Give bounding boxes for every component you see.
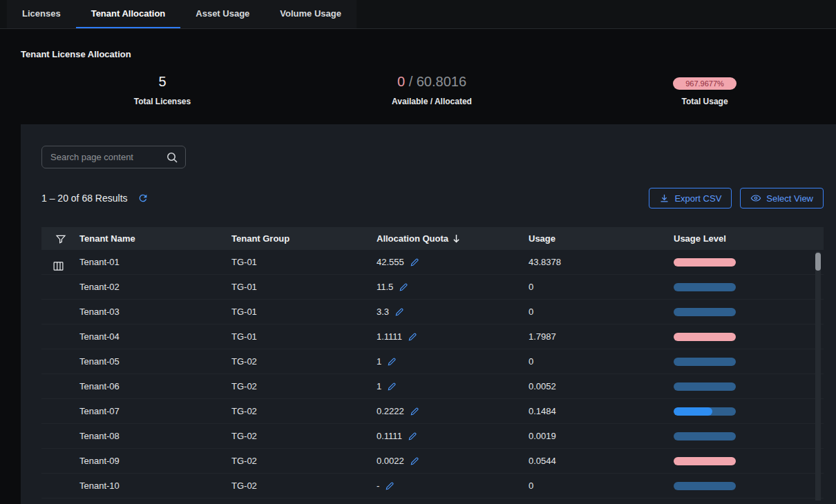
cell-usage-level bbox=[674, 283, 824, 291]
cell-tenant-name: Tenant-02 bbox=[79, 282, 231, 292]
search-input[interactable] bbox=[50, 152, 172, 162]
edit-quota-icon[interactable] bbox=[385, 481, 395, 491]
cell-usage: 43.8378 bbox=[529, 257, 674, 267]
download-icon bbox=[659, 193, 669, 204]
cell-tenant-group: TG-02 bbox=[231, 406, 377, 416]
stat-total-licenses: 5 Total Licenses bbox=[0, 72, 325, 106]
page-header: Tenant License Allocation 5 Total Licens… bbox=[0, 29, 836, 124]
select-view-button[interactable]: Select View bbox=[740, 188, 824, 209]
search-box[interactable] bbox=[41, 146, 186, 168]
table-row[interactable]: Tenant-01 TG-01 42.555 43.8378 bbox=[41, 250, 824, 275]
cell-usage: 0.0544 bbox=[529, 456, 674, 466]
cell-usage: 1.7987 bbox=[529, 331, 674, 342]
total-licenses-value: 5 bbox=[0, 72, 325, 91]
edit-quota-icon[interactable] bbox=[408, 432, 417, 441]
cell-allocation-quota: 1 bbox=[377, 381, 529, 391]
edit-quota-icon[interactable] bbox=[408, 332, 417, 342]
usage-level-bar bbox=[674, 358, 736, 366]
cell-tenant-name: Tenant-07 bbox=[79, 406, 231, 416]
quota-value: 0.1111 bbox=[377, 431, 402, 441]
table-row[interactable]: Tenant-09 TG-02 0.0022 0.0544 bbox=[41, 449, 824, 474]
usage-level-bar bbox=[674, 333, 736, 341]
tab-bar: Licenses Tenant Allocation Asset Usage V… bbox=[0, 0, 836, 29]
scrollbar-thumb[interactable] bbox=[815, 253, 821, 271]
cell-tenant-name: Tenant-01 bbox=[79, 257, 231, 267]
table-row[interactable]: Tenant-04 TG-01 1.1111 1.7987 bbox=[41, 324, 824, 349]
cell-tenant-group: TG-01 bbox=[231, 331, 377, 342]
usage-level-bar bbox=[674, 457, 736, 465]
usage-level-bar bbox=[674, 382, 736, 391]
results-count: 1 – 20 of 68 Results bbox=[41, 193, 128, 204]
tenant-table: Tenant Name Tenant Group Allocation Quot… bbox=[41, 227, 824, 501]
column-header-usage[interactable]: Usage bbox=[529, 233, 674, 244]
table-row[interactable]: Tenant-08 TG-02 0.1111 0.0019 bbox=[41, 424, 824, 449]
available-allocated-value: 0 / 60.8016 bbox=[325, 72, 539, 91]
cell-usage-level bbox=[674, 482, 824, 490]
cell-allocation-quota: 3.3 bbox=[377, 307, 529, 317]
cell-tenant-group: TG-02 bbox=[231, 481, 377, 491]
usage-level-bar bbox=[674, 407, 736, 416]
tenant-allocation-panel: 1 – 20 of 68 Results Export CSV Select V… bbox=[21, 124, 836, 504]
cell-usage-level bbox=[674, 432, 824, 440]
available-allocated-separator: / bbox=[405, 74, 417, 89]
column-header-tenant-name[interactable]: Tenant Name bbox=[79, 233, 231, 244]
stats-row: 5 Total Licenses 0 / 60.8016 Available /… bbox=[0, 72, 836, 106]
quota-value: - bbox=[377, 481, 379, 491]
column-header-usage-level[interactable]: Usage Level bbox=[674, 233, 824, 244]
cell-usage-level bbox=[674, 457, 824, 465]
column-header-allocation-quota[interactable]: Allocation Quota bbox=[377, 233, 529, 244]
usage-level-bar bbox=[674, 283, 736, 291]
column-header-tenant-group[interactable]: Tenant Group bbox=[231, 233, 377, 244]
edit-quota-icon[interactable] bbox=[395, 307, 404, 317]
select-view-label: Select View bbox=[766, 193, 813, 204]
cell-tenant-name: Tenant-04 bbox=[79, 331, 231, 342]
cell-usage: 0 bbox=[529, 481, 674, 491]
stat-available-allocated: 0 / 60.8016 Available / Allocated bbox=[325, 72, 539, 106]
total-usage-badge: 967.9677% bbox=[673, 77, 737, 90]
table-row[interactable]: Tenant-10 TG-02 - 0 bbox=[41, 474, 824, 498]
quota-value: 1 bbox=[377, 381, 381, 391]
table-row[interactable]: Tenant-02 TG-01 11.5 0 bbox=[41, 275, 824, 300]
filter-icon[interactable] bbox=[41, 233, 79, 244]
cell-tenant-group: TG-02 bbox=[231, 456, 377, 466]
cell-tenant-group: TG-01 bbox=[231, 307, 377, 317]
quota-value: 42.555 bbox=[377, 257, 404, 267]
cell-allocation-quota: 11.5 bbox=[377, 282, 529, 292]
edit-quota-icon[interactable] bbox=[387, 382, 397, 391]
cell-usage: 0.1484 bbox=[529, 406, 674, 416]
cell-usage-level bbox=[674, 258, 824, 266]
table-header-row: Tenant Name Tenant Group Allocation Quot… bbox=[41, 227, 824, 250]
tab-licenses[interactable]: Licenses bbox=[7, 0, 76, 28]
tab-asset-usage[interactable]: Asset Usage bbox=[180, 0, 265, 28]
column-settings-icon[interactable] bbox=[53, 260, 64, 272]
edit-quota-icon[interactable] bbox=[399, 282, 408, 292]
table-row[interactable]: Tenant-03 TG-01 3.3 0 bbox=[41, 300, 824, 324]
cell-tenant-name: Tenant-05 bbox=[79, 356, 231, 367]
edit-quota-icon[interactable] bbox=[387, 357, 397, 367]
table-body: Tenant-01 TG-01 42.555 43.8378 Tenant-02… bbox=[41, 250, 824, 498]
page-title: Tenant License Allocation bbox=[21, 49, 131, 59]
edit-quota-icon[interactable] bbox=[410, 456, 419, 466]
edit-quota-icon[interactable] bbox=[410, 258, 419, 267]
allocated-value: 60.8016 bbox=[417, 74, 466, 89]
edit-quota-icon[interactable] bbox=[410, 407, 419, 416]
vertical-scrollbar[interactable] bbox=[815, 251, 821, 501]
total-licenses-label: Total Licenses bbox=[0, 97, 325, 106]
table-row[interactable]: Tenant-07 TG-02 0.2222 0.1484 bbox=[41, 399, 824, 424]
table-row[interactable]: Tenant-06 TG-02 1 0.0052 bbox=[41, 374, 824, 399]
tab-tenant-allocation[interactable]: Tenant Allocation bbox=[76, 0, 181, 28]
cell-allocation-quota: - bbox=[377, 481, 529, 491]
sort-descending-icon[interactable] bbox=[453, 234, 460, 243]
cell-tenant-name: Tenant-08 bbox=[79, 431, 231, 441]
export-csv-button[interactable]: Export CSV bbox=[649, 188, 732, 209]
quota-value: 11.5 bbox=[377, 282, 393, 292]
cell-usage: 0 bbox=[529, 356, 674, 367]
results-toolbar: 1 – 20 of 68 Results Export CSV Select V… bbox=[41, 188, 824, 209]
refresh-icon[interactable] bbox=[137, 193, 149, 204]
tab-volume-usage[interactable]: Volume Usage bbox=[265, 0, 357, 28]
available-value: 0 bbox=[397, 74, 405, 89]
quota-value: 1.1111 bbox=[377, 331, 402, 342]
search-icon[interactable] bbox=[166, 151, 178, 164]
cell-usage: 0.0052 bbox=[529, 381, 674, 391]
table-row[interactable]: Tenant-05 TG-02 1 0 bbox=[41, 349, 824, 374]
